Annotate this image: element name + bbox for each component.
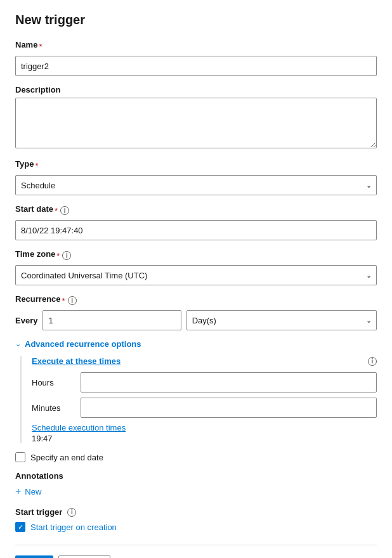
start-date-group: Start date * i (15, 204, 377, 240)
timezone-group: Time zone * i Coordinated Universal Time… (15, 249, 377, 285)
page-title: New trigger (15, 13, 377, 27)
recurrence-group: Recurrence * i Every Day(s) Hour(s) Minu… (15, 294, 377, 330)
start-trigger-checkbox[interactable]: ✓ (15, 522, 25, 532)
specify-end-date-checkbox[interactable] (15, 452, 25, 462)
start-date-required: * (55, 206, 58, 216)
footer-buttons: OK Cancel (15, 555, 377, 558)
execute-times-header: Execute at these times i (32, 356, 377, 366)
timezone-info-icon[interactable]: i (62, 251, 71, 260)
checkmark-icon: ✓ (18, 524, 23, 531)
timezone-label: Time zone (15, 249, 55, 259)
name-label: Name (15, 40, 37, 49)
plus-icon: + (15, 486, 21, 497)
annotations-section: Annotations + New (15, 471, 377, 497)
start-date-info-icon[interactable]: i (60, 206, 69, 215)
execute-times-link[interactable]: Execute at these times (32, 356, 121, 366)
type-select[interactable]: Schedule Tumbling window Event Custom ev… (15, 175, 377, 195)
specify-end-date-row: Specify an end date (15, 452, 377, 462)
advanced-recurrence-toggle[interactable]: ⌄ Advanced recurrence options (15, 339, 377, 349)
recurrence-number-input[interactable] (42, 310, 181, 330)
recurrence-row: Every Day(s) Hour(s) Minute(s) Month(s) … (15, 310, 377, 330)
footer-divider (15, 545, 377, 545)
recurrence-info-icon[interactable]: i (68, 296, 77, 305)
recurrence-unit-select[interactable]: Day(s) Hour(s) Minute(s) Month(s) Week(s… (186, 310, 377, 330)
type-select-wrapper: Schedule Tumbling window Event Custom ev… (15, 175, 377, 195)
minutes-input[interactable] (81, 398, 377, 418)
start-date-input[interactable] (15, 220, 377, 240)
name-required: * (39, 42, 42, 51)
execute-times-info-icon[interactable]: i (368, 357, 377, 366)
every-label: Every (15, 316, 37, 325)
start-trigger-label-row: Start trigger i (15, 507, 377, 517)
description-group: Description (15, 85, 377, 150)
specify-end-date-label: Specify an end date (30, 453, 103, 462)
start-trigger-checkbox-row: ✓ Start trigger on creation (15, 522, 377, 532)
timezone-select[interactable]: Coordinated Universal Time (UTC) (15, 265, 377, 285)
hours-label: Hours (32, 378, 73, 387)
hours-input[interactable] (81, 372, 377, 393)
minutes-row: Minutes (32, 398, 377, 418)
name-input[interactable] (15, 56, 377, 76)
description-input[interactable] (15, 98, 377, 148)
advanced-chevron-icon: ⌄ (15, 340, 21, 348)
type-required: * (35, 161, 38, 171)
start-trigger-on-creation-label: Start trigger on creation (30, 522, 117, 532)
new-annotation-button[interactable]: + New (15, 486, 41, 497)
name-group: Name * (15, 40, 377, 76)
type-group: Type * Schedule Tumbling window Event Cu… (15, 159, 377, 195)
advanced-section: Execute at these times i Hours Minutes S… (20, 356, 377, 443)
hours-row: Hours (32, 372, 377, 393)
annotations-title: Annotations (15, 471, 377, 481)
start-trigger-section: Start trigger i ✓ Start trigger on creat… (15, 507, 377, 532)
description-label: Description (15, 85, 377, 94)
schedule-execution-link[interactable]: Schedule execution times (32, 423, 377, 432)
type-label: Type (15, 159, 34, 169)
new-button-label: New (25, 487, 41, 496)
cancel-button[interactable]: Cancel (58, 555, 110, 558)
start-date-label: Start date (15, 204, 53, 214)
schedule-time-value: 19:47 (32, 434, 53, 443)
recurrence-required: * (62, 296, 65, 306)
timezone-required: * (56, 251, 60, 261)
ok-button[interactable]: OK (15, 555, 53, 558)
recurrence-label: Recurrence (15, 294, 61, 304)
start-trigger-title: Start trigger (15, 507, 62, 517)
advanced-recurrence-label: Advanced recurrence options (25, 339, 141, 349)
minutes-label: Minutes (32, 403, 73, 413)
timezone-select-wrapper: Coordinated Universal Time (UTC) ⌄ (15, 265, 377, 285)
start-trigger-info-icon[interactable]: i (67, 508, 76, 517)
recurrence-unit-wrapper: Day(s) Hour(s) Minute(s) Month(s) Week(s… (186, 310, 377, 330)
